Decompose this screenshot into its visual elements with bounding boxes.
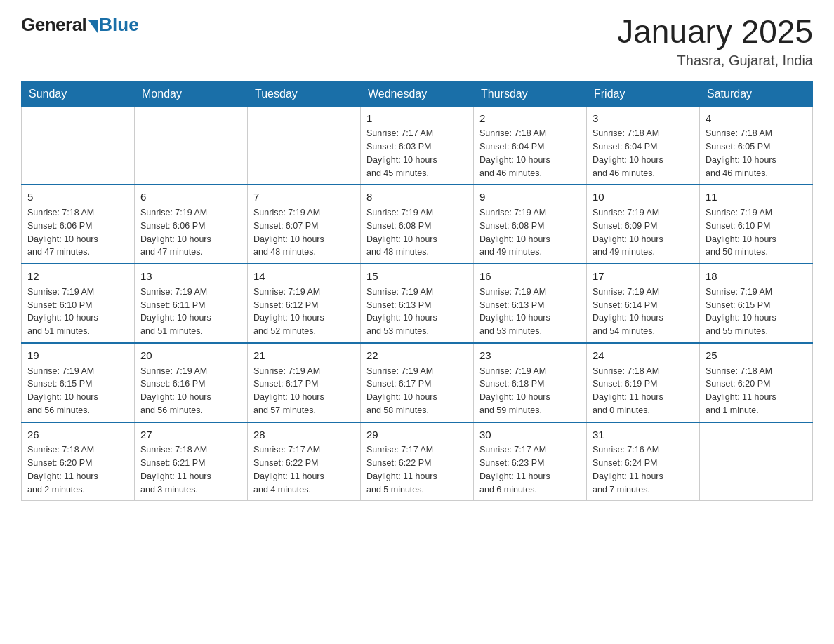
day-number: 26 [27,427,128,443]
day-number: 20 [140,348,241,363]
day-number: 4 [706,111,807,126]
calendar-cell: 6Sunrise: 7:19 AMSunset: 6:06 PMDaylight… [135,185,248,264]
day-info: Sunrise: 7:19 AMSunset: 6:08 PMDaylight:… [479,206,581,259]
weekday-header-thursday: Thursday [474,81,587,106]
calendar-cell: 2Sunrise: 7:18 AMSunset: 6:04 PMDaylight… [474,106,587,185]
day-number: 5 [27,189,128,205]
weekday-header-tuesday: Tuesday [248,81,361,106]
calendar-cell: 27Sunrise: 7:18 AMSunset: 6:21 PMDayligh… [135,422,248,501]
calendar-cell [135,106,248,185]
day-number: 30 [479,427,581,443]
day-info: Sunrise: 7:19 AMSunset: 6:13 PMDaylight:… [479,286,581,338]
day-info: Sunrise: 7:17 AMSunset: 6:22 PMDaylight:… [366,443,468,496]
day-number: 12 [27,269,128,284]
weekday-header-friday: Friday [587,81,700,106]
day-number: 21 [253,348,355,363]
calendar-cell: 15Sunrise: 7:19 AMSunset: 6:13 PMDayligh… [361,264,474,343]
day-info: Sunrise: 7:18 AMSunset: 6:04 PMDaylight:… [593,127,694,180]
day-number: 11 [706,189,807,205]
day-info: Sunrise: 7:19 AMSunset: 6:18 PMDaylight:… [479,365,581,417]
day-info: Sunrise: 7:19 AMSunset: 6:17 PMDaylight:… [253,365,355,417]
day-info: Sunrise: 7:19 AMSunset: 6:10 PMDaylight:… [27,286,128,338]
logo-general-text: General [21,14,86,36]
day-info: Sunrise: 7:18 AMSunset: 6:05 PMDaylight:… [706,127,807,180]
location-title: Thasra, Gujarat, India [617,53,813,69]
day-number: 3 [593,111,694,126]
day-number: 25 [706,348,807,363]
calendar-week-row: 19Sunrise: 7:19 AMSunset: 6:15 PMDayligh… [22,343,813,422]
day-info: Sunrise: 7:19 AMSunset: 6:15 PMDaylight:… [27,365,128,417]
day-info: Sunrise: 7:19 AMSunset: 6:08 PMDaylight:… [366,206,468,259]
calendar-cell: 13Sunrise: 7:19 AMSunset: 6:11 PMDayligh… [135,264,248,343]
calendar-week-row: 12Sunrise: 7:19 AMSunset: 6:10 PMDayligh… [22,264,813,343]
calendar-cell: 1Sunrise: 7:17 AMSunset: 6:03 PMDaylight… [361,106,474,185]
day-info: Sunrise: 7:19 AMSunset: 6:06 PMDaylight:… [140,206,241,259]
day-number: 27 [140,427,241,443]
day-info: Sunrise: 7:18 AMSunset: 6:20 PMDaylight:… [706,365,807,417]
calendar-cell: 12Sunrise: 7:19 AMSunset: 6:10 PMDayligh… [22,264,135,343]
calendar-cell: 16Sunrise: 7:19 AMSunset: 6:13 PMDayligh… [474,264,587,343]
day-info: Sunrise: 7:19 AMSunset: 6:12 PMDaylight:… [253,286,355,338]
day-info: Sunrise: 7:19 AMSunset: 6:11 PMDaylight:… [140,286,241,338]
calendar-cell: 19Sunrise: 7:19 AMSunset: 6:15 PMDayligh… [22,343,135,422]
calendar-cell: 26Sunrise: 7:18 AMSunset: 6:20 PMDayligh… [22,422,135,501]
day-number: 19 [27,348,128,363]
calendar-header-row: SundayMondayTuesdayWednesdayThursdayFrid… [22,81,813,106]
day-number: 23 [479,348,581,363]
day-number: 17 [593,269,694,284]
calendar-cell: 29Sunrise: 7:17 AMSunset: 6:22 PMDayligh… [361,422,474,501]
calendar-cell: 10Sunrise: 7:19 AMSunset: 6:09 PMDayligh… [587,185,700,264]
day-number: 16 [479,269,581,284]
day-number: 7 [253,189,355,205]
day-info: Sunrise: 7:18 AMSunset: 6:20 PMDaylight:… [27,443,128,496]
page-header: General Blue January 2025 Thasra, Gujara… [21,14,813,69]
calendar-week-row: 1Sunrise: 7:17 AMSunset: 6:03 PMDaylight… [22,106,813,185]
day-number: 22 [366,348,468,363]
calendar-cell: 5Sunrise: 7:18 AMSunset: 6:06 PMDaylight… [22,185,135,264]
calendar-cell: 23Sunrise: 7:19 AMSunset: 6:18 PMDayligh… [474,343,587,422]
day-info: Sunrise: 7:19 AMSunset: 6:16 PMDaylight:… [140,365,241,417]
month-title: January 2025 [617,14,813,50]
day-number: 28 [253,427,355,443]
title-section: January 2025 Thasra, Gujarat, India [617,14,813,69]
day-number: 24 [593,348,694,363]
day-info: Sunrise: 7:19 AMSunset: 6:10 PMDaylight:… [706,206,807,259]
weekday-header-wednesday: Wednesday [361,81,474,106]
day-number: 6 [140,189,241,205]
calendar-cell: 21Sunrise: 7:19 AMSunset: 6:17 PMDayligh… [248,343,361,422]
calendar-cell: 31Sunrise: 7:16 AMSunset: 6:24 PMDayligh… [587,422,700,501]
day-number: 8 [366,189,468,205]
logo-arrow-icon [88,20,98,33]
day-number: 14 [253,269,355,284]
weekday-header-saturday: Saturday [700,81,813,106]
calendar-cell: 22Sunrise: 7:19 AMSunset: 6:17 PMDayligh… [361,343,474,422]
day-info: Sunrise: 7:17 AMSunset: 6:03 PMDaylight:… [366,127,468,180]
day-info: Sunrise: 7:18 AMSunset: 6:06 PMDaylight:… [27,206,128,259]
logo: General Blue [21,14,139,36]
calendar-cell: 8Sunrise: 7:19 AMSunset: 6:08 PMDaylight… [361,185,474,264]
day-number: 10 [593,189,694,205]
calendar-cell: 9Sunrise: 7:19 AMSunset: 6:08 PMDaylight… [474,185,587,264]
day-number: 13 [140,269,241,284]
calendar-cell [700,422,813,501]
calendar-cell: 25Sunrise: 7:18 AMSunset: 6:20 PMDayligh… [700,343,813,422]
calendar-week-row: 5Sunrise: 7:18 AMSunset: 6:06 PMDaylight… [22,185,813,264]
day-info: Sunrise: 7:19 AMSunset: 6:14 PMDaylight:… [593,286,694,338]
calendar-cell: 24Sunrise: 7:18 AMSunset: 6:19 PMDayligh… [587,343,700,422]
weekday-header-monday: Monday [135,81,248,106]
day-number: 2 [479,111,581,126]
calendar-cell: 20Sunrise: 7:19 AMSunset: 6:16 PMDayligh… [135,343,248,422]
day-number: 29 [366,427,468,443]
day-number: 9 [479,189,581,205]
calendar-table: SundayMondayTuesdayWednesdayThursdayFrid… [21,81,813,502]
calendar-cell: 3Sunrise: 7:18 AMSunset: 6:04 PMDaylight… [587,106,700,185]
weekday-header-sunday: Sunday [22,81,135,106]
day-info: Sunrise: 7:19 AMSunset: 6:09 PMDaylight:… [593,206,694,259]
day-info: Sunrise: 7:19 AMSunset: 6:15 PMDaylight:… [706,286,807,338]
day-info: Sunrise: 7:17 AMSunset: 6:23 PMDaylight:… [479,443,581,496]
calendar-cell: 28Sunrise: 7:17 AMSunset: 6:22 PMDayligh… [248,422,361,501]
day-info: Sunrise: 7:18 AMSunset: 6:19 PMDaylight:… [593,365,694,417]
day-info: Sunrise: 7:19 AMSunset: 6:13 PMDaylight:… [366,286,468,338]
day-number: 31 [593,427,694,443]
day-number: 15 [366,269,468,284]
